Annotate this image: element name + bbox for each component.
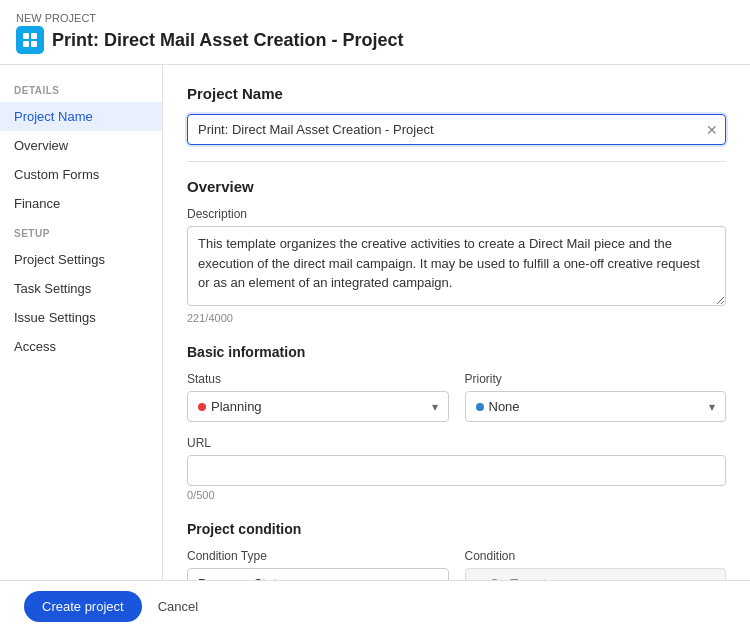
project-condition-title: Project condition bbox=[187, 521, 726, 537]
project-name-input-wrapper: ✕ bbox=[187, 114, 726, 145]
sidebar-item-project-settings[interactable]: Project Settings bbox=[0, 245, 162, 274]
header-subtitle: NEW PROJECT bbox=[16, 12, 734, 24]
priority-form-group: Priority None bbox=[465, 372, 727, 422]
project-name-input[interactable] bbox=[187, 114, 726, 145]
condition-type-label: Condition Type bbox=[187, 549, 449, 563]
overview-section: Overview Description This template organ… bbox=[187, 178, 726, 324]
description-label: Description bbox=[187, 207, 726, 221]
project-condition-section: Project condition Condition Type Conditi… bbox=[187, 521, 726, 580]
condition-type-input[interactable] bbox=[187, 568, 449, 580]
url-input[interactable] bbox=[187, 455, 726, 486]
details-section-label: DETAILS bbox=[0, 85, 162, 102]
condition-value: On Target bbox=[490, 576, 547, 580]
sidebar-item-custom-forms[interactable]: Custom Forms bbox=[0, 160, 162, 189]
priority-dropdown[interactable]: None bbox=[465, 391, 727, 422]
status-value: Planning bbox=[211, 399, 262, 414]
priority-dot-blue bbox=[476, 403, 484, 411]
overview-section-title: Overview bbox=[187, 178, 726, 195]
priority-label: Priority bbox=[465, 372, 727, 386]
status-label: Status bbox=[187, 372, 449, 386]
page-title: Print: Direct Mail Asset Creation - Proj… bbox=[52, 30, 403, 51]
status-dot-red bbox=[198, 403, 206, 411]
svg-rect-3 bbox=[31, 41, 37, 47]
setup-section-label: SETUP bbox=[0, 228, 162, 245]
description-textarea[interactable]: This template organizes the creative act… bbox=[187, 226, 726, 306]
priority-value: None bbox=[489, 399, 520, 414]
cancel-button[interactable]: Cancel bbox=[154, 591, 202, 622]
status-form-group: Status Planning bbox=[187, 372, 449, 422]
project-name-clear-button[interactable]: ✕ bbox=[706, 123, 718, 137]
condition-form-group: Condition On Target bbox=[465, 549, 727, 580]
sidebar-item-task-settings[interactable]: Task Settings bbox=[0, 274, 162, 303]
condition-row: Condition Type Condition On Target bbox=[187, 549, 726, 580]
url-char-count: 0/500 bbox=[187, 489, 726, 501]
footer-bar: Create project Cancel bbox=[0, 580, 750, 632]
svg-rect-1 bbox=[31, 33, 37, 39]
status-dropdown[interactable]: Planning bbox=[187, 391, 449, 422]
description-form-group: Description This template organizes the … bbox=[187, 207, 726, 324]
project-name-section-title: Project Name bbox=[187, 85, 726, 102]
sidebar-item-issue-settings[interactable]: Issue Settings bbox=[0, 303, 162, 332]
svg-rect-0 bbox=[23, 33, 29, 39]
create-project-button[interactable]: Create project bbox=[24, 591, 142, 622]
url-form-group: URL 0/500 bbox=[187, 436, 726, 501]
sidebar-item-project-name[interactable]: Project Name bbox=[0, 102, 162, 131]
project-name-form-group: ✕ bbox=[187, 114, 726, 145]
sidebar-item-overview[interactable]: Overview bbox=[0, 131, 162, 160]
status-priority-row: Status Planning Priority None bbox=[187, 372, 726, 422]
description-char-count: 221/4000 bbox=[187, 312, 726, 324]
header: NEW PROJECT Print: Direct Mail Asset Cre… bbox=[0, 0, 750, 65]
sidebar-item-finance[interactable]: Finance bbox=[0, 189, 162, 218]
basic-info-title: Basic information bbox=[187, 344, 726, 360]
main-content: Project Name ✕ Overview Description This… bbox=[163, 65, 750, 580]
condition-type-form-group: Condition Type bbox=[187, 549, 449, 580]
condition-dot bbox=[476, 580, 484, 581]
sidebar: DETAILS Project Name Overview Custom For… bbox=[0, 65, 163, 580]
basic-info-section: Basic information Status Planning Priori… bbox=[187, 344, 726, 501]
sidebar-item-access[interactable]: Access bbox=[0, 332, 162, 361]
url-label: URL bbox=[187, 436, 726, 450]
condition-dropdown[interactable]: On Target bbox=[465, 568, 727, 580]
project-icon bbox=[16, 26, 44, 54]
header-title: Print: Direct Mail Asset Creation - Proj… bbox=[16, 26, 734, 54]
condition-label: Condition bbox=[465, 549, 727, 563]
svg-rect-2 bbox=[23, 41, 29, 47]
divider-1 bbox=[187, 161, 726, 162]
